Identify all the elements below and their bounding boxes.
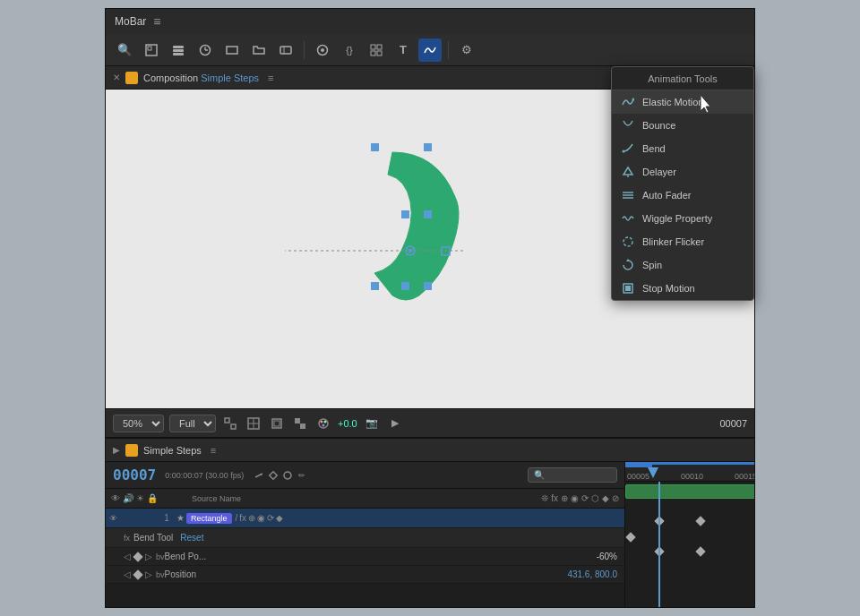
keyframe-nav-1: ◁ ▷ xyxy=(124,552,152,561)
svg-rect-38 xyxy=(300,424,305,429)
plus-value: +0.0 xyxy=(338,418,357,429)
code-tool-icon[interactable]: {} xyxy=(338,38,361,62)
ruler-mark-2: 00015 xyxy=(735,472,754,481)
svg-rect-37 xyxy=(295,418,300,424)
svg-rect-20 xyxy=(424,210,432,218)
svg-rect-30 xyxy=(225,418,229,423)
kf-prev-2[interactable]: ◁ xyxy=(124,569,131,579)
blinker-flicker-icon xyxy=(621,235,635,249)
title-bar-menu[interactable]: ≡ xyxy=(153,14,160,29)
svg-rect-4 xyxy=(173,53,184,56)
kf-next[interactable]: ▷ xyxy=(145,552,152,561)
more-header: ⊕ xyxy=(561,493,568,503)
timeline-collapse-icon[interactable]: ▶ xyxy=(113,445,120,455)
svg-rect-25 xyxy=(401,282,409,290)
transfer-icon[interactable] xyxy=(253,469,265,482)
kf-prev[interactable]: ◁ xyxy=(124,552,131,561)
svg-rect-3 xyxy=(173,49,184,52)
motion-tool-icon[interactable] xyxy=(418,38,442,62)
auto-fader-icon xyxy=(621,188,635,202)
layer-row-1[interactable]: 👁 1 ★ Rectangle / fx ⊕ ◉ xyxy=(106,509,624,528)
bounce-menu-item[interactable]: Bounce xyxy=(612,114,753,137)
color-icon[interactable] xyxy=(314,415,332,432)
elastic-motion-menu-item[interactable]: Elastic Motion xyxy=(612,90,753,114)
lock-header-icon: 🔒 xyxy=(147,493,158,503)
layer-visibility[interactable]: 👁 xyxy=(109,514,122,523)
stop-motion-icon xyxy=(621,281,635,295)
kf-diamond-1[interactable] xyxy=(133,552,142,561)
bend-tool-reset[interactable]: Reset xyxy=(180,533,203,543)
sublayer-bend-tool: fx Bend Tool Reset xyxy=(106,528,624,548)
settings-tool-icon[interactable]: ⚙ xyxy=(455,38,478,62)
elastic-motion-icon xyxy=(621,95,635,109)
link-icon[interactable] xyxy=(281,469,294,482)
safe-area-icon[interactable] xyxy=(268,415,286,432)
kf-type-icon: bv xyxy=(156,552,165,561)
comp-tool-icon[interactable] xyxy=(220,38,244,62)
blinker-flicker-menu-item[interactable]: Blinker Flicker xyxy=(612,230,753,253)
text-tool-icon[interactable]: T xyxy=(391,38,415,62)
bend-menu-item[interactable]: Bend xyxy=(612,137,753,160)
wiggle-property-menu-item[interactable]: Wiggle Property xyxy=(612,207,753,230)
timeline-header: ▶ Simple Steps ≡ xyxy=(106,439,754,462)
layer-3d-icon: ◆ xyxy=(276,513,283,523)
track-area[interactable] xyxy=(625,482,754,607)
layer-icons-1: / fx ⊕ ◉ ⟳ ◆ xyxy=(236,513,284,523)
time-tool-icon[interactable] xyxy=(194,38,217,62)
selection-tool-icon[interactable] xyxy=(140,38,163,62)
delayer-menu-item[interactable]: Delayer xyxy=(612,160,753,184)
kf-pos-2[interactable] xyxy=(697,518,704,525)
edit-icon[interactable]: ✏ xyxy=(296,469,308,482)
svg-point-49 xyxy=(627,175,629,177)
camera-icon[interactable]: 📷 xyxy=(363,415,381,432)
layers-tool-icon[interactable] xyxy=(167,38,190,62)
kf-pos-3[interactable] xyxy=(627,534,634,541)
bend-pos-value[interactable]: -60% xyxy=(597,552,617,561)
stop-motion-menu-item[interactable]: Stop Motion xyxy=(612,277,753,300)
timeline-controls: 00007 0:00:00:07 (30.00 fps) xyxy=(106,462,624,489)
layer-header-icons: ❊ fx ⊕ ◉ ⟳ ⬡ ◆ ⊘ xyxy=(541,493,619,503)
auto-fader-menu-item[interactable]: Auto Fader xyxy=(612,184,753,207)
comp-menu-icon[interactable]: ≡ xyxy=(268,73,273,83)
timeline-menu-icon[interactable]: ≡ xyxy=(211,445,216,456)
comp-close-button[interactable]: ✕ xyxy=(113,73,120,82)
grid-view-icon[interactable] xyxy=(245,415,262,432)
timeline-left: 00007 0:00:00:07 (30.00 fps) xyxy=(106,462,625,607)
bounce-label: Bounce xyxy=(642,120,675,131)
svg-rect-14 xyxy=(377,45,382,49)
search-tool-icon[interactable]: 🔍 xyxy=(113,38,136,62)
fit-icon[interactable] xyxy=(221,415,239,432)
layer-motion-icon: ⟳ xyxy=(267,513,274,523)
comp-timecode: 00007 xyxy=(719,418,747,429)
zoom-select[interactable]: 50% xyxy=(113,415,164,432)
toolbar: 🔍 {} xyxy=(106,34,754,66)
grid-tool-icon[interactable] xyxy=(365,38,388,62)
mask-tool-icon[interactable] xyxy=(274,38,297,62)
svg-point-42 xyxy=(322,424,325,426)
layer-search-input[interactable] xyxy=(528,467,617,483)
transparency-icon[interactable] xyxy=(291,415,309,432)
playback-icon[interactable]: ▶ xyxy=(386,415,404,432)
position-value[interactable]: 431.6, 800.0 xyxy=(567,569,617,579)
svg-rect-36 xyxy=(274,421,280,426)
quality-select[interactable]: Full xyxy=(169,415,216,432)
delayer-label: Delayer xyxy=(642,167,676,177)
audio-header-icon: 🔊 xyxy=(123,493,133,503)
spin-icon xyxy=(621,258,635,272)
spin-menu-item[interactable]: Spin xyxy=(612,253,753,277)
comp-bottom-bar: 50% Full + xyxy=(106,408,754,437)
fx-indicator: fx xyxy=(124,534,130,543)
ruler-mark-1: 00010 xyxy=(681,472,703,481)
bend-pos-label: Bend Po... xyxy=(165,552,207,561)
title-bar: MoBar ≡ xyxy=(106,9,754,34)
timeline-comp-icon xyxy=(125,444,138,457)
kf-next-2[interactable]: ▷ xyxy=(145,569,152,579)
keyframe-icon[interactable] xyxy=(267,469,280,482)
layer-name-badge-1[interactable]: Rectangle xyxy=(186,513,232,524)
svg-rect-9 xyxy=(280,47,291,54)
folder-tool-icon[interactable] xyxy=(247,38,271,62)
preview-tool-icon[interactable] xyxy=(311,38,334,62)
kf-pos-5[interactable] xyxy=(697,548,704,555)
kf-diamond-2[interactable] xyxy=(133,569,142,579)
motion-blur-header: ⟳ xyxy=(581,493,589,503)
